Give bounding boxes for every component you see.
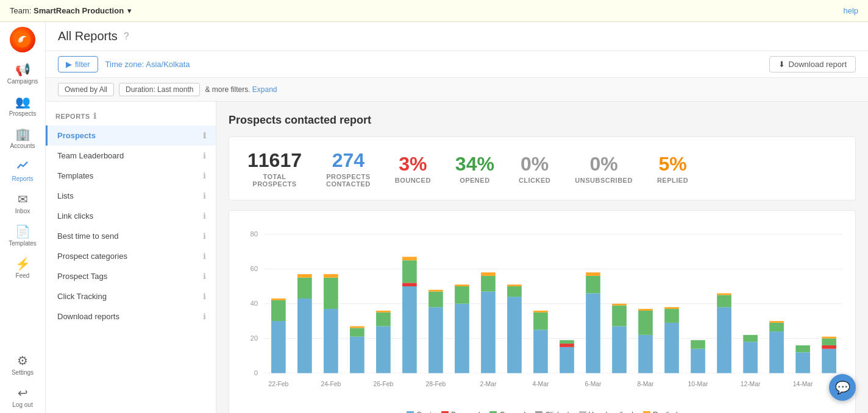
templates-icon: 📄: [15, 224, 30, 239]
report-item-prospect-categories[interactable]: Prospect categories ℹ: [46, 246, 216, 266]
svg-rect-41: [481, 292, 496, 373]
stat-opened: 34% OPENED: [455, 153, 494, 184]
svg-rect-56: [586, 276, 600, 294]
download-reports-info-icon[interactable]: ℹ: [203, 312, 206, 321]
svg-rect-87: [822, 337, 836, 339]
stat-contacted-value: 274: [326, 149, 371, 172]
stat-opened-label: OPENED: [455, 177, 494, 184]
reports-header-info-icon[interactable]: ℹ: [93, 111, 97, 121]
svg-rect-75: [743, 342, 758, 373]
left-sidebar: 📢 Campaigns 👥 Prospects 🏢 Accounts Repor…: [0, 22, 46, 413]
sidebar-item-accounts[interactable]: 🏢 Accounts: [0, 122, 45, 154]
svg-rect-85: [822, 345, 836, 349]
svg-rect-60: [612, 305, 627, 326]
sidebar-item-settings[interactable]: ⚙ Settings: [0, 348, 45, 381]
best-time-info-icon[interactable]: ℹ: [203, 231, 206, 241]
lists-info-icon[interactable]: ℹ: [203, 191, 206, 200]
chat-button[interactable]: 💬: [829, 374, 856, 401]
svg-rect-34: [429, 307, 443, 373]
report-item-best-time[interactable]: Best time to send ℹ: [46, 226, 216, 246]
svg-rect-86: [822, 339, 836, 345]
svg-rect-54: [560, 340, 574, 344]
report-title: Prospects contacted report: [229, 114, 856, 127]
report-item-click-tracking[interactable]: Click Tracking ℹ: [46, 286, 216, 306]
svg-rect-23: [350, 337, 365, 373]
svg-rect-35: [429, 292, 443, 308]
report-item-prospects[interactable]: Prospects ℹ: [46, 125, 216, 146]
settings-icon: ⚙: [17, 353, 28, 368]
svg-text:12-Mar: 12-Mar: [741, 381, 761, 387]
svg-rect-68: [664, 307, 679, 309]
svg-rect-55: [586, 293, 600, 373]
click-tracking-info-icon[interactable]: ℹ: [203, 292, 206, 301]
svg-rect-63: [638, 311, 653, 335]
stat-unsubscribed-value: 0%: [575, 153, 633, 175]
page-help-icon[interactable]: ?: [124, 31, 129, 42]
svg-rect-38: [455, 304, 469, 373]
report-item-download-reports[interactable]: Download reports ℹ: [46, 306, 216, 327]
legend-opened: Opened: [489, 411, 525, 413]
stat-unsubscribed: 0% UNSUBSCRIBED: [575, 153, 633, 184]
svg-rect-61: [612, 304, 627, 306]
logout-icon: ↩: [18, 386, 28, 400]
svg-text:40: 40: [250, 300, 258, 307]
download-icon: ⬇: [778, 60, 785, 69]
sidebar-item-logout[interactable]: ↩ Log out: [0, 381, 45, 413]
svg-rect-33: [402, 257, 417, 261]
page-header: All Reports ?: [46, 22, 868, 51]
svg-rect-32: [402, 260, 417, 283]
svg-rect-66: [664, 323, 679, 373]
link-clicks-info-icon[interactable]: ℹ: [203, 211, 206, 221]
svg-rect-16: [297, 298, 312, 373]
svg-rect-46: [507, 286, 522, 297]
help-link[interactable]: help: [843, 6, 858, 15]
owned-by-chip[interactable]: Owned by All: [58, 83, 114, 96]
svg-text:14-Mar: 14-Mar: [793, 381, 813, 387]
svg-rect-21: [324, 274, 338, 278]
report-item-prospect-tags[interactable]: Prospect Tags ℹ: [46, 266, 216, 286]
svg-rect-84: [822, 349, 836, 373]
sidebar-item-campaigns[interactable]: 📢 Campaigns: [0, 57, 45, 90]
svg-text:10-Mar: 10-Mar: [688, 381, 708, 387]
svg-rect-19: [324, 309, 338, 373]
filter-button[interactable]: ▶ filter: [58, 56, 98, 72]
page-title: All Reports: [58, 29, 118, 43]
team-leaderboard-info-icon[interactable]: ℹ: [203, 151, 206, 160]
svg-text:28-Feb: 28-Feb: [425, 381, 446, 387]
report-area: Prospects contacted report 11617 TOTALPR…: [216, 102, 868, 413]
chart-svg-wrapper: 80 60 40 20 0 22-Feb24-Feb26-Feb28-Feb2-…: [239, 221, 845, 406]
svg-rect-13: [271, 300, 286, 321]
svg-rect-78: [769, 331, 784, 373]
more-filters-text: & more filters. Expand: [205, 85, 277, 94]
prospect-tags-info-icon[interactable]: ℹ: [203, 272, 206, 281]
sidebar-item-reports[interactable]: Reports: [0, 154, 45, 187]
svg-text:24-Feb: 24-Feb: [321, 381, 341, 387]
svg-text:80: 80: [250, 230, 258, 238]
svg-rect-36: [429, 290, 443, 292]
legend-unsubscribed: Unsubscribed: [579, 411, 633, 413]
sidebar-item-inbox[interactable]: ✉ Inbox: [0, 187, 45, 219]
report-item-lists[interactable]: Lists ℹ: [46, 186, 216, 206]
stat-clicked: 0% CLICKED: [519, 153, 550, 184]
svg-rect-40: [455, 284, 469, 286]
download-report-button[interactable]: ⬇ Download report: [769, 56, 856, 72]
prospects-icon: 👥: [15, 94, 30, 109]
svg-rect-42: [481, 276, 496, 292]
duration-chip[interactable]: Duration: Last month: [119, 83, 200, 96]
sidebar-item-prospects[interactable]: 👥 Prospects: [0, 90, 45, 122]
prospects-info-icon[interactable]: ℹ: [203, 131, 206, 140]
campaigns-icon: 📢: [15, 62, 30, 77]
stat-unsubscribed-label: UNSUBSCRIBED: [575, 177, 633, 184]
svg-rect-62: [638, 335, 653, 373]
sidebar-item-feed[interactable]: ⚡ Feed: [0, 252, 45, 284]
templates-info-icon[interactable]: ℹ: [203, 171, 206, 180]
prospect-categories-info-icon[interactable]: ℹ: [203, 252, 206, 261]
sidebar-item-templates[interactable]: 📄 Templates: [0, 219, 45, 252]
top-bar: Team: SmartReach Production ▾ help: [0, 0, 868, 22]
svg-rect-80: [769, 321, 784, 323]
report-item-templates[interactable]: Templates ℹ: [46, 166, 216, 186]
report-item-link-clicks[interactable]: Link clicks ℹ: [46, 206, 216, 226]
svg-rect-59: [612, 327, 627, 373]
reports-sidebar: REPORTS ℹ Prospects ℹ Team Leaderboard ℹ…: [46, 102, 216, 413]
report-item-team-leaderboard[interactable]: Team Leaderboard ℹ: [46, 146, 216, 166]
